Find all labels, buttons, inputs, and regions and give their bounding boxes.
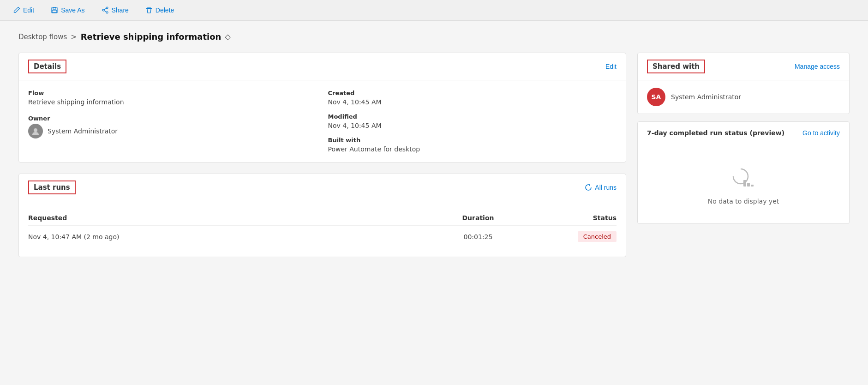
svg-point-4 <box>106 12 108 13</box>
left-column: Details Edit Flow Retrieve shipping info… <box>18 53 626 257</box>
owner-avatar <box>28 124 43 138</box>
flow-value: Retrieve shipping information <box>28 98 317 106</box>
delete-button[interactable]: Delete <box>142 5 178 16</box>
no-data-text: No data to display yet <box>708 198 779 205</box>
svg-rect-2 <box>52 10 57 12</box>
chart-placeholder-icon <box>730 166 756 192</box>
shared-with-body: SA System Administrator <box>638 80 849 114</box>
table-row: Nov 4, 10:47 AM (2 mo ago) 00:01:25 Canc… <box>28 226 617 248</box>
user-row: SA System Administrator <box>647 88 840 106</box>
details-card-header: Details Edit <box>19 53 626 80</box>
manage-access-link[interactable]: Manage access <box>795 63 840 70</box>
all-runs-link[interactable]: All runs <box>585 184 617 191</box>
run-status-section: 7-day completed run status (preview) Go … <box>637 121 850 224</box>
built-with-label: Built with <box>328 137 617 144</box>
flow-group: Flow Retrieve shipping information <box>28 90 317 106</box>
no-data-area: No data to display yet <box>647 155 840 216</box>
avatar: SA <box>647 88 665 106</box>
edit-icon <box>13 6 20 14</box>
last-runs-table: Requested Duration Status Nov 4, 10:47 A… <box>28 211 617 247</box>
created-label: Created <box>328 90 617 96</box>
breadcrumb-current: Retrieve shipping information <box>81 32 221 42</box>
details-card: Details Edit Flow Retrieve shipping info… <box>18 53 626 162</box>
owner-row: System Administrator <box>28 124 317 138</box>
svg-point-10 <box>34 128 37 132</box>
svg-point-3 <box>106 7 108 9</box>
save-as-button[interactable]: Save As <box>47 5 88 16</box>
save-as-icon <box>51 6 58 14</box>
built-with-value: Power Automate for desktop <box>328 145 617 153</box>
row-duration: 00:01:25 <box>432 226 524 248</box>
last-runs-tbody: Nov 4, 10:47 AM (2 mo ago) 00:01:25 Canc… <box>28 226 617 248</box>
svg-point-5 <box>102 9 104 11</box>
col-duration: Duration <box>432 211 524 226</box>
main-layout: Details Edit Flow Retrieve shipping info… <box>18 53 850 257</box>
col-requested: Requested <box>28 211 432 226</box>
last-runs-card: Last runs All runs Requested <box>18 174 626 257</box>
details-grid: Flow Retrieve shipping information Owner <box>28 90 617 153</box>
modified-value: Nov 4, 10:45 AM <box>328 122 617 129</box>
owner-value: System Administrator <box>48 127 118 135</box>
status-badge: Canceled <box>578 231 617 242</box>
toolbar: Edit Save As Share Delete <box>0 0 868 21</box>
svg-rect-8 <box>148 7 150 8</box>
svg-rect-13 <box>747 183 750 186</box>
svg-line-6 <box>104 8 106 10</box>
row-requested: Nov 4, 10:47 AM (2 mo ago) <box>28 226 432 248</box>
svg-rect-12 <box>743 180 746 186</box>
run-status-header: 7-day completed run status (preview) Go … <box>647 129 840 137</box>
last-runs-body: Requested Duration Status Nov 4, 10:47 A… <box>19 201 626 257</box>
last-runs-header-row: Requested Duration Status <box>28 211 617 226</box>
svg-line-7 <box>104 11 106 12</box>
edit-button[interactable]: Edit <box>9 5 38 16</box>
go-to-activity-link[interactable]: Go to activity <box>802 129 840 137</box>
breadcrumb: Desktop flows > Retrieve shipping inform… <box>18 32 850 42</box>
page-content: Desktop flows > Retrieve shipping inform… <box>0 21 868 268</box>
built-with-group: Built with Power Automate for desktop <box>328 137 617 153</box>
breadcrumb-separator: > <box>71 32 77 41</box>
right-column: Shared with Manage access SA System Admi… <box>637 53 850 224</box>
shared-with-title: Shared with <box>647 60 705 73</box>
breadcrumb-parent[interactable]: Desktop flows <box>18 33 67 41</box>
run-status-title: 7-day completed run status (preview) <box>647 129 784 137</box>
last-runs-header: Last runs All runs <box>19 174 626 201</box>
owner-label: Owner <box>28 115 317 122</box>
col-status: Status <box>524 211 617 226</box>
shared-with-header: Shared with Manage access <box>638 53 849 80</box>
share-icon <box>102 6 109 14</box>
details-left: Flow Retrieve shipping information Owner <box>28 90 317 153</box>
flow-label: Flow <box>28 90 317 96</box>
details-title: Details <box>28 60 66 73</box>
refresh-icon <box>585 184 592 191</box>
share-button[interactable]: Share <box>98 5 132 16</box>
svg-rect-9 <box>146 8 152 9</box>
created-group: Created Nov 4, 10:45 AM <box>328 90 617 106</box>
owner-group: Owner System Administrator <box>28 115 317 138</box>
details-right: Created Nov 4, 10:45 AM Modified Nov 4, … <box>328 90 617 153</box>
last-runs-title: Last runs <box>28 180 76 194</box>
modified-label: Modified <box>328 113 617 120</box>
details-edit-link[interactable]: Edit <box>605 63 617 70</box>
created-value: Nov 4, 10:45 AM <box>328 98 617 106</box>
row-status: Canceled <box>524 226 617 248</box>
delete-icon <box>145 6 153 14</box>
shared-with-card: Shared with Manage access SA System Admi… <box>637 53 850 114</box>
diamond-icon: ◇ <box>225 32 230 41</box>
details-card-body: Flow Retrieve shipping information Owner <box>19 80 626 162</box>
user-name: System Administrator <box>671 93 741 101</box>
svg-rect-14 <box>751 185 754 186</box>
last-runs-thead: Requested Duration Status <box>28 211 617 226</box>
modified-group: Modified Nov 4, 10:45 AM <box>328 113 617 129</box>
svg-rect-1 <box>53 7 56 9</box>
